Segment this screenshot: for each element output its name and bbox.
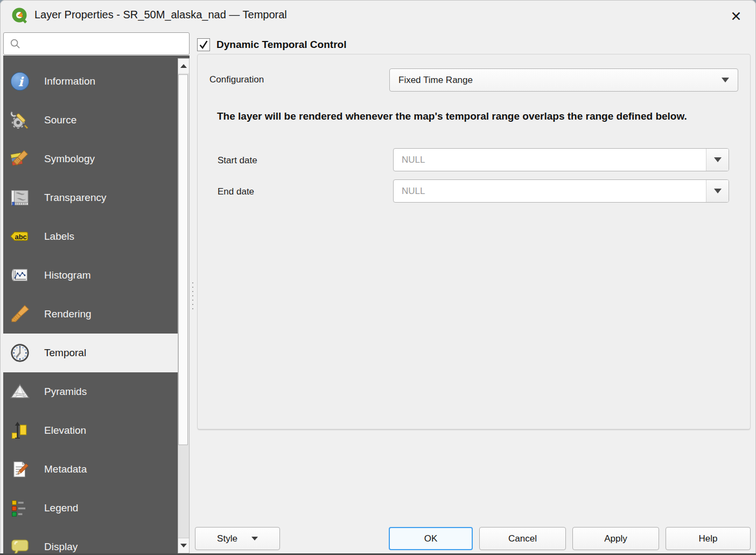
triangle-down-icon	[180, 544, 187, 547]
end-date-value: NULL	[394, 180, 706, 202]
ok-button[interactable]: OK	[389, 527, 473, 550]
information-icon: i	[10, 71, 30, 92]
ok-button-label: OK	[424, 533, 438, 544]
style-button-label: Style	[217, 533, 237, 544]
check-icon	[198, 39, 209, 51]
configuration-label: Configuration	[209, 74, 264, 85]
scroll-down-button[interactable]	[178, 538, 189, 553]
scroll-up-button[interactable]	[178, 59, 189, 74]
help-button[interactable]: Help	[666, 527, 751, 550]
help-button-label: Help	[699, 533, 718, 544]
display-icon	[10, 537, 30, 553]
sidebar-item-histogram[interactable]: Histogram	[3, 256, 178, 295]
apply-button[interactable]: Apply	[572, 527, 659, 550]
temporal-options-group: Configuration Fixed Time Range The layer…	[197, 54, 751, 429]
end-date-dropdown-button[interactable]	[706, 180, 729, 202]
start-date-label: Start date	[218, 155, 257, 166]
cancel-button[interactable]: Cancel	[479, 527, 566, 550]
sidebar-item-symbology[interactable]: Symbology	[3, 140, 178, 178]
start-date-field[interactable]: NULL	[393, 148, 729, 171]
rendering-icon	[10, 304, 30, 324]
sidebar-item-elevation[interactable]: Elevation	[3, 411, 178, 450]
properties-nav: i Information Source Symbology Transpare…	[3, 56, 190, 553]
close-button[interactable]: ✕	[724, 5, 748, 27]
chevron-down-icon	[722, 78, 729, 82]
close-icon: ✕	[731, 10, 742, 23]
end-date-field[interactable]: NULL	[393, 179, 729, 203]
sidebar-item-legend[interactable]: Legend	[3, 489, 178, 528]
triangle-up-icon	[180, 64, 187, 68]
chevron-down-icon	[251, 537, 258, 540]
search-input[interactable]	[22, 36, 189, 52]
source-icon	[10, 110, 30, 130]
sidebar-scrollbar	[178, 58, 190, 553]
search-icon	[9, 38, 22, 50]
scroll-track[interactable]	[178, 73, 189, 538]
temporal-icon	[10, 343, 30, 363]
sidebar-item-information[interactable]: i Information	[3, 62, 178, 101]
chevron-down-icon	[714, 189, 722, 193]
window-title: Layer Properties - SR_50M_alaska_nad — T…	[34, 9, 287, 21]
labels-icon: abc	[10, 226, 30, 247]
pyramids-icon	[10, 381, 30, 402]
sidebar-item-source[interactable]: Source	[3, 101, 178, 140]
end-date-label: End date	[218, 186, 254, 197]
layer-properties-dialog: Layer Properties - SR_50M_alaska_nad — T…	[0, 0, 756, 555]
legend-icon	[10, 498, 30, 518]
qgis-logo-icon	[10, 6, 29, 25]
temporal-description: The layer will be rendered whenever the …	[217, 108, 720, 124]
elevation-icon	[10, 420, 30, 441]
chevron-down-icon	[714, 157, 722, 162]
sidebar-item-rendering[interactable]: Rendering	[3, 295, 178, 334]
apply-button-label: Apply	[604, 533, 627, 544]
configuration-value: Fixed Time Range	[398, 75, 722, 86]
start-date-value: NULL	[394, 149, 706, 171]
svg-text:abc: abc	[15, 233, 27, 241]
transparency-icon	[10, 188, 30, 208]
metadata-icon	[10, 459, 30, 480]
histogram-icon	[10, 265, 30, 286]
sidebar-item-temporal[interactable]: Temporal	[3, 334, 178, 372]
sidebar-list: i Information Source Symbology Transpare…	[3, 62, 178, 553]
dynamic-temporal-control-checkbox[interactable]	[197, 38, 210, 51]
search-box[interactable]	[3, 32, 190, 55]
style-button[interactable]: Style	[195, 527, 280, 550]
configuration-dropdown[interactable]: Fixed Time Range	[389, 68, 738, 92]
cancel-button-label: Cancel	[508, 533, 537, 544]
sidebar-item-labels[interactable]: abc Labels	[3, 217, 178, 256]
sidebar-item-metadata[interactable]: Metadata	[3, 450, 178, 489]
panel-splitter-handle[interactable]	[191, 282, 195, 309]
sidebar-item-display[interactable]: Display	[3, 528, 178, 553]
scroll-thumb[interactable]	[178, 74, 188, 445]
dynamic-temporal-control-label[interactable]: Dynamic Temporal Control	[216, 39, 346, 51]
symbology-icon	[10, 149, 30, 169]
start-date-dropdown-button[interactable]	[706, 149, 729, 171]
title-bar: Layer Properties - SR_50M_alaska_nad — T…	[0, 0, 756, 31]
sidebar-item-pyramids[interactable]: Pyramids	[3, 372, 178, 411]
sidebar-item-transparency[interactable]: Transparency	[3, 178, 178, 217]
